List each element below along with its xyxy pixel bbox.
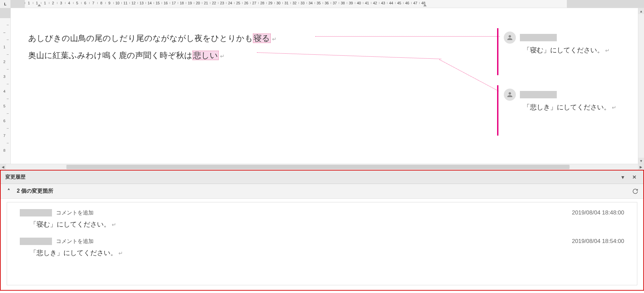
change-item-header: コメントを追加 2019/08/04 18:48:00 xyxy=(20,209,624,216)
comment-author xyxy=(520,34,557,41)
reviewing-pane-title: 変更履歴 xyxy=(5,174,25,180)
paragraph-2[interactable]: 奥山に紅葉ふみわけ鳴く鹿の声聞く時ぞ秋は悲しい↵ xyxy=(13,47,496,64)
ruler-tick: 28 xyxy=(258,1,266,5)
ruler-tick: 44 xyxy=(387,1,395,5)
paragraph-1[interactable]: あしびきの山鳥の尾のしだり尾のながながし夜をひとりかも寝る↵ xyxy=(13,11,496,47)
scroll-track[interactable] xyxy=(6,164,638,170)
comment-header xyxy=(504,32,635,44)
ruler-tick: 1 xyxy=(0,40,10,54)
pane-close-button[interactable]: ✕ xyxy=(630,173,639,182)
tab-selector[interactable]: L xyxy=(0,0,11,8)
refresh-button[interactable] xyxy=(632,188,639,195)
reviewing-pane: 変更履歴 ▾ ✕ ˄ 2 個の変更箇所 コメントを追加 2019/08/04 1… xyxy=(0,170,644,291)
text-run[interactable]: あしびきの山鳥の尾のしだり尾のながながし夜をひとりかも xyxy=(28,34,253,43)
vertical-scrollbar[interactable]: ▲ ▼ xyxy=(638,8,644,164)
collapse-toggle[interactable]: ˄ xyxy=(5,188,12,195)
ruler-tick: 45 xyxy=(395,1,403,5)
chevron-up-icon: ˄ xyxy=(7,188,10,194)
ruler-tick: 24 xyxy=(226,1,234,5)
ruler-tick: 12 xyxy=(129,1,138,5)
ruler-tick: 14 xyxy=(146,1,154,5)
scroll-down-arrow-icon[interactable]: ▼ xyxy=(638,158,644,164)
first-line-indent-marker[interactable] xyxy=(38,4,41,6)
ruler-tick: 22 xyxy=(210,1,218,5)
paragraph-mark: ↵ xyxy=(118,250,123,256)
ruler-tick: 29 xyxy=(266,1,274,5)
ruler-tick: 6 xyxy=(0,113,10,128)
right-indent-marker[interactable] xyxy=(423,4,427,6)
ruler-tick: 43 xyxy=(379,1,387,5)
ruler-tick: 4 xyxy=(0,84,10,99)
comment-bar-1 xyxy=(497,28,498,75)
refresh-icon xyxy=(632,188,638,194)
comment-header xyxy=(504,89,635,101)
ruler-tick: 9 xyxy=(105,1,113,5)
text-run[interactable]: 奥山に紅葉ふみわけ鳴く鹿の声聞く時ぞ秋は xyxy=(28,51,193,60)
scroll-left-arrow-icon[interactable]: ◀ xyxy=(0,164,6,170)
scroll-up-arrow-icon[interactable]: ▲ xyxy=(638,8,644,14)
vertical-ruler[interactable]: –12345678 xyxy=(0,8,11,164)
change-item-header: コメントを追加 2019/08/04 18:54:00 xyxy=(20,238,624,245)
scroll-right-arrow-icon[interactable]: ▶ xyxy=(638,164,644,170)
paragraph-mark: ↵ xyxy=(112,222,116,228)
ruler-tick: 25 xyxy=(234,1,242,5)
chevron-down-icon: ▾ xyxy=(622,174,624,180)
ruler-tick: 5 xyxy=(73,1,81,5)
comment-body[interactable]: 「悲しき」にしてください。↵ xyxy=(504,103,635,112)
ruler-tick: 2 xyxy=(0,54,10,69)
ruler-tick: – xyxy=(0,25,10,40)
close-icon: ✕ xyxy=(632,174,637,180)
change-author xyxy=(20,209,52,216)
ruler-tick: 3 xyxy=(0,69,10,84)
ruler-tick: 5 xyxy=(0,99,10,113)
change-item[interactable]: コメントを追加 2019/08/04 18:54:00 「悲しき」にしてください… xyxy=(20,238,624,257)
commented-range-2[interactable]: 悲しい xyxy=(193,51,219,60)
ruler-tick: 8 xyxy=(97,1,105,5)
horizontal-ruler[interactable]: 1112345678910111213141516171819202122232… xyxy=(11,0,644,8)
ruler-tick: 41 xyxy=(363,1,371,5)
ruler-tick: 47 xyxy=(411,1,419,5)
ruler-tick: 10 xyxy=(113,1,121,5)
ruler-tick: 36 xyxy=(323,1,331,5)
document-area: –12345678 あしびきの山鳥の尾のしだり尾のながながし夜をひとりかも寝る↵… xyxy=(0,8,644,164)
ruler-tick: 33 xyxy=(299,1,307,5)
paragraph-mark: ↵ xyxy=(612,105,616,110)
change-body: 「寝む」にしてください。↵ xyxy=(20,216,624,229)
ruler-tick: 32 xyxy=(290,1,299,5)
document-canvas[interactable]: あしびきの山鳥の尾のしだり尾のながながし夜をひとりかも寝る↵ 奥山に紅葉ふみわけ… xyxy=(11,8,638,164)
ruler-tick: 1 xyxy=(25,1,33,5)
ruler-tick: 16 xyxy=(162,1,170,5)
avatar-icon xyxy=(504,89,516,101)
scroll-track[interactable] xyxy=(638,14,644,158)
ruler-tick: 8 xyxy=(0,143,10,158)
change-list[interactable]: コメントを追加 2019/08/04 18:48:00 「寝む」にしてください。… xyxy=(7,202,637,285)
comment-bar-2 xyxy=(497,85,498,136)
commented-range-1[interactable]: 寝る xyxy=(253,34,271,43)
page[interactable]: あしびきの山鳥の尾のしだり尾のながながし夜をひとりかも寝る↵ 奥山に紅葉ふみわけ… xyxy=(13,11,496,162)
comment-author xyxy=(520,91,557,98)
ruler-tick: 4 xyxy=(65,1,73,5)
ruler-tick: 46 xyxy=(403,1,411,5)
reviewing-pane-header: 変更履歴 ▾ ✕ xyxy=(1,170,643,184)
change-action-label: コメントを追加 xyxy=(56,238,94,245)
paragraph-mark: ↵ xyxy=(605,48,609,53)
reviewing-pane-summary-row: ˄ 2 個の変更箇所 xyxy=(1,184,643,199)
scroll-thumb[interactable] xyxy=(66,165,570,169)
ruler-margin-right xyxy=(567,0,644,8)
pane-options-button[interactable]: ▾ xyxy=(619,173,627,182)
horizontal-scrollbar[interactable]: ◀ ▶ xyxy=(0,164,644,170)
comment-connector-1 xyxy=(315,36,500,37)
comment-card-1[interactable]: 「寝む」にしてください。↵ xyxy=(504,32,635,55)
ruler-tick: 26 xyxy=(242,1,250,5)
comment-card-2[interactable]: 「悲しき」にしてください。↵ xyxy=(504,89,635,112)
change-item[interactable]: コメントを追加 2019/08/04 18:48:00 「寝む」にしてください。… xyxy=(20,209,624,229)
change-author xyxy=(20,238,52,245)
ruler-tick: 6 xyxy=(81,1,89,5)
ruler-tick: 1 xyxy=(41,1,49,5)
ruler-margin-left xyxy=(11,0,25,8)
comment-body[interactable]: 「寝む」にしてください。↵ xyxy=(504,46,635,55)
change-timestamp: 2019/08/04 18:54:00 xyxy=(572,238,624,245)
ruler-tick: 19 xyxy=(186,1,194,5)
change-count-label: 2 個の変更箇所 xyxy=(17,188,53,195)
avatar-icon xyxy=(504,32,516,44)
